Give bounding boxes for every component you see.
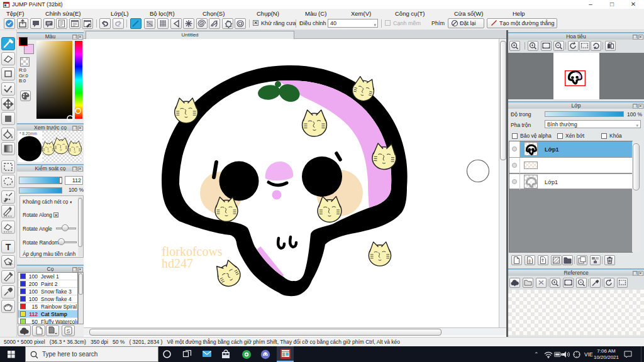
svg-text:T: T <box>6 242 11 252</box>
svg-text:8: 8 <box>528 259 531 263</box>
svg-text:hd247: hd247 <box>162 256 193 270</box>
svg-text:S: S <box>66 328 70 334</box>
